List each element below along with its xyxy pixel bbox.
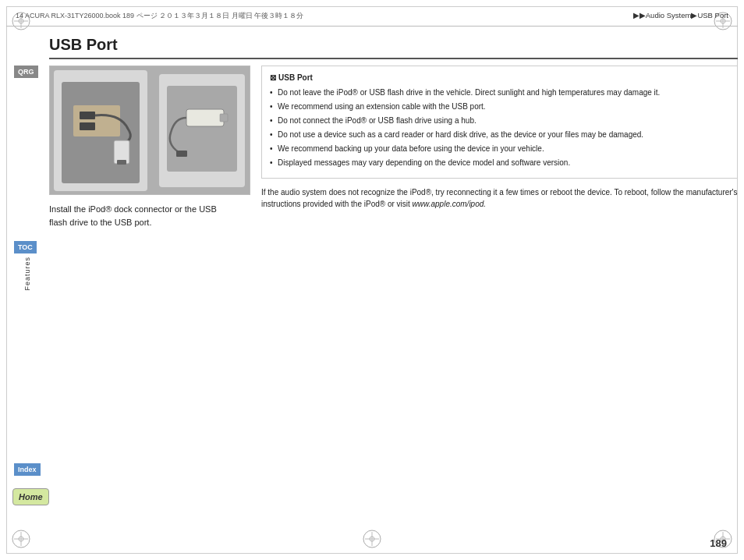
url-link: www.apple.com/ipod. (413, 200, 487, 208)
list-item: • We recommend backing up your data befo… (270, 144, 729, 154)
svg-rect-23 (73, 105, 120, 136)
breadcrumb: ▶▶Audio System▶USB Port (633, 11, 728, 19)
svg-rect-24 (80, 112, 95, 119)
features-label: Features (23, 257, 31, 291)
left-column: Install the iPod® dock connector or the … (49, 66, 250, 229)
warning-item-text: We recommend backing up your data before… (278, 144, 544, 153)
breadcrumb-arrow1: ▶▶ (633, 11, 646, 19)
left-sidebar: QRG TOC Features Index Home (6, 27, 48, 554)
list-item: • Do not connect the iPod® or USB flash … (270, 115, 729, 126)
page-title-section: USB Port (49, 36, 738, 59)
svg-rect-25 (80, 122, 95, 130)
usb-image (49, 66, 250, 195)
svg-rect-27 (117, 160, 126, 165)
warning-item-text: Displayed messages may vary depending on… (278, 158, 570, 167)
tab-toc[interactable]: TOC (14, 241, 37, 253)
warning-item-text: Do not connect the iPod® or USB flash dr… (278, 116, 477, 125)
right-column: ⊠ USB Port • Do not leave the iPod® or U… (261, 66, 738, 229)
warning-list: • Do not leave the iPod® or USB flash dr… (270, 87, 729, 168)
note-text: If the audio system does not recognize t… (261, 186, 738, 210)
list-item: • We recommend using an extension cable … (270, 101, 729, 112)
svg-rect-30 (186, 109, 224, 126)
tab-home[interactable]: Home (12, 488, 49, 505)
warning-icon: ⊠ (270, 73, 276, 83)
svg-rect-31 (220, 114, 228, 122)
page-title: USB Port (49, 36, 118, 54)
page-number: 189 (710, 537, 727, 549)
main-content: USB Port (49, 27, 738, 554)
svg-rect-32 (176, 151, 187, 157)
warning-item-text: Do not use a device such as a card reade… (278, 130, 643, 139)
tab-qrg[interactable]: QRG (14, 66, 38, 78)
breadcrumb-usb: USB Port (697, 11, 728, 19)
svg-rect-29 (167, 86, 237, 172)
breadcrumb-audio: Audio System (646, 11, 692, 19)
content-columns: Install the iPod® dock connector or the … (49, 66, 738, 229)
install-text: Install the iPod® dock connector or the … (49, 203, 250, 229)
file-info: 14 ACURA RLX-31TY26000.book 189 ページ ２０１３… (16, 11, 303, 21)
warning-item-text: Do not leave the iPod® or USB flash driv… (278, 88, 660, 97)
list-item: • Do not use a device such as a card rea… (270, 129, 729, 140)
list-item: • Displayed messages may vary depending … (270, 158, 729, 168)
header-bar: 14 ACURA RLX-31TY26000.book 189 ページ ２０１３… (6, 6, 738, 27)
warning-item-text: We recommend using an extension cable wi… (278, 102, 486, 111)
list-item: • Do not leave the iPod® or USB flash dr… (270, 87, 729, 98)
warning-title: ⊠ USB Port (270, 73, 729, 83)
warning-box: ⊠ USB Port • Do not leave the iPod® or U… (261, 66, 738, 179)
tab-index[interactable]: Index (14, 463, 41, 476)
